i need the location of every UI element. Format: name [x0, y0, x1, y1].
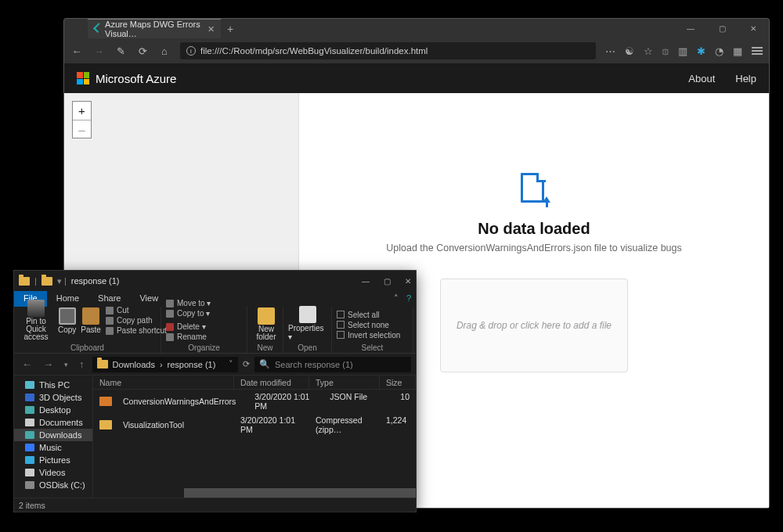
paste-shortcut-icon: [106, 327, 114, 335]
explorer-close-button[interactable]: ✕: [405, 277, 411, 286]
help-link[interactable]: Help: [735, 73, 756, 84]
group-label-open: Open: [283, 343, 331, 353]
zoom-out-button[interactable]: –: [73, 120, 91, 138]
grid-extension-icon[interactable]: ▦: [733, 45, 742, 57]
col-name[interactable]: Name: [93, 376, 234, 389]
col-date[interactable]: Date modified: [234, 376, 309, 389]
copy-path-icon: [106, 317, 114, 325]
paste-shortcut-button[interactable]: Paste shortcut: [106, 326, 167, 335]
back-button[interactable]: ←: [70, 45, 83, 57]
maximize-button[interactable]: ▢: [706, 24, 738, 33]
forward-button[interactable]: →: [92, 45, 105, 57]
explorer-titlebar[interactable]: | ▾ | response (1) — ▢ ✕: [14, 271, 416, 291]
explorer-path-bar: ← → ▾ ↑ Downloads › response (1) ˅ ⟳ 🔍 S…: [14, 354, 416, 376]
browser-titlebar: Azure Maps DWG Errors Visual… ✕ + — ▢ ✕: [64, 19, 769, 38]
ribbon: Pin to Quick access Copy Paste Cut Copy …: [14, 307, 416, 354]
browser-tab[interactable]: Azure Maps DWG Errors Visual… ✕: [88, 19, 221, 38]
column-headers[interactable]: Name Date modified Type Size: [93, 376, 416, 390]
json-file-icon: [99, 397, 112, 406]
expl-back-button[interactable]: ←: [19, 358, 35, 370]
invert-selection-button[interactable]: Invert selection: [337, 331, 400, 340]
minimize-button[interactable]: —: [675, 24, 706, 33]
dropzone-label: Drag & drop or click here to add a file: [456, 320, 612, 331]
azure-logo[interactable]: Microsoft Azure: [77, 72, 176, 85]
account-icon[interactable]: ◔: [715, 45, 723, 57]
tree-osdisk[interactable]: OSDisk (C:): [14, 479, 92, 491]
upload-file-icon: [519, 171, 549, 206]
bookmark-icon[interactable]: ☆: [644, 45, 653, 57]
tree-3d-objects[interactable]: 3D Objects: [14, 391, 92, 404]
cut-button[interactable]: Cut: [106, 306, 167, 315]
collapse-ribbon-icon[interactable]: ˄: [391, 291, 402, 307]
explorer-maximize-button[interactable]: ▢: [384, 277, 391, 286]
zip-file-icon: [99, 420, 112, 430]
status-bar: 2 items: [14, 498, 416, 512]
explorer-search-input[interactable]: 🔍 Search response (1): [254, 357, 411, 372]
rename-button[interactable]: Rename: [166, 332, 207, 341]
search-icon: 🔍: [259, 359, 270, 369]
more-actions-icon[interactable]: ⋯: [605, 45, 615, 57]
close-tab-icon[interactable]: ✕: [207, 24, 215, 34]
reload-button[interactable]: ⟳: [136, 45, 149, 57]
shield-icon[interactable]: ☯: [625, 45, 634, 57]
select-none-button[interactable]: Select none: [337, 321, 400, 329]
group-label-organize: Organize: [161, 343, 247, 353]
brand-text: Microsoft Azure: [96, 72, 176, 85]
file-dropzone[interactable]: Drag & drop or click here to add a file: [440, 279, 628, 372]
tree-videos[interactable]: Videos: [14, 466, 92, 479]
hamburger-menu-icon[interactable]: [752, 47, 763, 55]
pin-quick-access-button[interactable]: Pin to Quick access: [19, 300, 53, 341]
explorer-minimize-button[interactable]: —: [362, 277, 370, 286]
about-link[interactable]: About: [688, 73, 715, 84]
browser-window-controls: — ▢ ✕: [675, 19, 769, 38]
dev-tools-icon[interactable]: ✎: [114, 45, 127, 57]
properties-button[interactable]: Properties ▾: [288, 306, 327, 341]
tree-documents[interactable]: Documents: [14, 416, 92, 429]
no-data-subtext: Upload the ConversionWarningsAndErrors.j…: [386, 243, 682, 253]
tree-music[interactable]: Music: [14, 441, 92, 454]
copy-button[interactable]: Copy: [58, 307, 76, 334]
new-folder-button[interactable]: New folder: [252, 307, 280, 341]
col-type[interactable]: Type: [309, 376, 380, 389]
select-all-button[interactable]: Select all: [337, 311, 400, 319]
close-window-button[interactable]: ✕: [738, 24, 769, 33]
tree-this-pc[interactable]: This PC: [14, 379, 92, 391]
zoom-in-button[interactable]: +: [73, 102, 91, 120]
copy-path-button[interactable]: Copy path: [106, 316, 167, 325]
library-icon[interactable]: ⎅: [662, 45, 669, 57]
file-row[interactable]: ConversionWarningsAndErrors 3/20/2020 1:…: [93, 390, 416, 413]
horizontal-scrollbar[interactable]: [184, 488, 325, 498]
paste-button[interactable]: Paste: [81, 307, 101, 334]
file-row[interactable]: VisualizationTool 3/20/2020 1:01 PM Comp…: [93, 413, 416, 437]
search-placeholder: Search response (1): [275, 360, 353, 369]
file-list: Name Date modified Type Size ConversionW…: [93, 376, 416, 498]
nav-tree[interactable]: This PC 3D Objects Desktop Documents Dow…: [14, 376, 93, 498]
item-count: 2 items: [19, 501, 45, 510]
zoom-control: + –: [72, 101, 92, 138]
help-icon[interactable]: ?: [402, 291, 416, 307]
site-info-icon[interactable]: i: [186, 46, 196, 56]
home-button[interactable]: ⌂: [158, 45, 171, 57]
breadcrumb-dropdown-icon[interactable]: ˅: [229, 359, 233, 369]
url-field[interactable]: i file:///C:/Root/mdp/src/WebBugVisualiz…: [180, 42, 596, 59]
azure-favicon-icon: [93, 23, 103, 33]
refresh-button[interactable]: ⟳: [243, 359, 250, 369]
expl-forward-button[interactable]: →: [40, 358, 56, 370]
tree-pictures[interactable]: Pictures: [14, 454, 92, 466]
breadcrumb[interactable]: Downloads › response (1) ˅: [92, 357, 239, 372]
expl-recent-button[interactable]: ▾: [61, 361, 71, 368]
copy-to-button[interactable]: Copy to ▾: [166, 309, 211, 318]
pocket-icon[interactable]: ▥: [678, 45, 687, 57]
move-to-button[interactable]: Move to ▾: [166, 299, 211, 307]
new-tab-button[interactable]: +: [221, 19, 240, 38]
folder-icon: [97, 360, 108, 368]
delete-button[interactable]: Delete ▾: [166, 322, 207, 331]
col-size[interactable]: Size: [380, 376, 416, 389]
extension-icon[interactable]: ✱: [697, 45, 705, 57]
azure-header: Microsoft Azure About Help: [64, 63, 769, 93]
tree-desktop[interactable]: Desktop: [14, 404, 92, 416]
tree-downloads[interactable]: Downloads: [14, 429, 92, 441]
cut-icon: [106, 307, 114, 315]
group-label-select: Select: [332, 343, 413, 353]
expl-up-button[interactable]: ↑: [76, 358, 88, 370]
